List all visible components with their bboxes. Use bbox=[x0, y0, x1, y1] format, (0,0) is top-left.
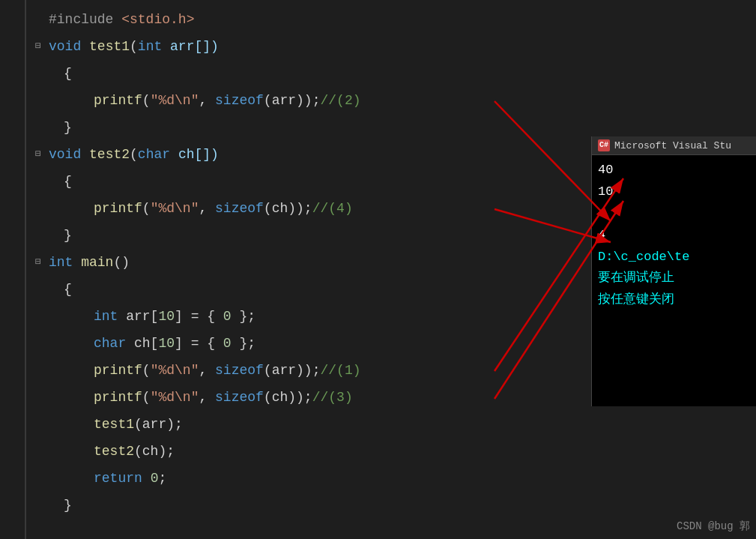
code-token: int bbox=[94, 306, 118, 328]
code-token: //(2) bbox=[320, 90, 360, 112]
code-token: } bbox=[64, 495, 72, 517]
code-token: arr[]) bbox=[162, 36, 219, 58]
code-line: #include <stdio.h> bbox=[35, 6, 607, 33]
fold-indicator: ⊟ bbox=[35, 255, 47, 271]
code-line: } bbox=[35, 492, 607, 519]
code-token: sizeof bbox=[215, 90, 264, 112]
code-token: (ch)); bbox=[264, 387, 312, 409]
code-token: , bbox=[199, 198, 215, 220]
code-token: 0 bbox=[223, 306, 232, 328]
code-token: ch[]) bbox=[170, 144, 219, 166]
code-token: { bbox=[64, 63, 72, 85]
code-line: int arr[10] = { 0 }; bbox=[35, 303, 607, 330]
code-token: ] = { bbox=[175, 333, 223, 355]
code-token: test2 bbox=[89, 144, 130, 166]
code-token: ( bbox=[130, 36, 138, 58]
code-line: ⊟int main() bbox=[35, 249, 607, 276]
code-token: }; bbox=[232, 333, 255, 355]
code-token: { bbox=[64, 279, 72, 301]
code-line: ⊟void test2(char ch[]) bbox=[35, 141, 607, 168]
code-token: //(3) bbox=[312, 387, 353, 409]
terminal-line: 4 bbox=[598, 225, 750, 247]
code-editor: #include <stdio.h>⊟void test1(int arr[])… bbox=[0, 0, 614, 539]
code-token: 0 bbox=[151, 468, 159, 490]
code-token: (arr); bbox=[134, 414, 183, 436]
code-line: { bbox=[35, 276, 607, 303]
code-token: (arr)); bbox=[264, 90, 321, 112]
terminal-title: Microsoft Visual Stu bbox=[614, 140, 731, 151]
code-token: printf bbox=[94, 360, 142, 382]
code-token: "%d\n" bbox=[151, 90, 199, 112]
code-token: , bbox=[199, 387, 215, 409]
code-token: "%d\n" bbox=[151, 360, 199, 382]
code-token: } bbox=[64, 117, 72, 139]
code-token: return bbox=[94, 468, 142, 490]
terminal-window: C# Microsoft Visual Stu 401044D:\c_code\… bbox=[591, 136, 756, 406]
code-line: } bbox=[35, 114, 607, 141]
code-token: printf bbox=[94, 90, 142, 112]
code-token: #include bbox=[49, 9, 121, 31]
code-line: ⊟void test1(int arr[]) bbox=[35, 33, 607, 60]
terminal-line: D:\c_code\te bbox=[598, 247, 750, 268]
code-line: test2(ch); bbox=[35, 438, 607, 465]
line-gutter bbox=[0, 0, 26, 539]
code-token: <stdio.h> bbox=[121, 9, 194, 31]
code-token: (ch)); bbox=[264, 198, 312, 220]
code-token: main bbox=[81, 252, 113, 274]
code-token: sizeof bbox=[215, 360, 264, 382]
code-token: , bbox=[199, 360, 215, 382]
code-content[interactable]: #include <stdio.h>⊟void test1(int arr[])… bbox=[28, 0, 614, 525]
code-token: ( bbox=[142, 360, 151, 382]
code-token: ( bbox=[142, 198, 151, 220]
terminal-line: 要在调试停止 bbox=[598, 268, 750, 289]
code-token: //(4) bbox=[312, 198, 353, 220]
fold-indicator: ⊟ bbox=[35, 147, 47, 163]
code-line: } bbox=[35, 222, 607, 249]
code-token: , bbox=[199, 90, 215, 112]
code-token: //(1) bbox=[320, 360, 360, 382]
code-token: (ch); bbox=[134, 441, 175, 463]
code-token: test2 bbox=[94, 441, 134, 463]
code-line: { bbox=[35, 168, 607, 195]
code-token: printf bbox=[94, 198, 142, 220]
terminal-content: 401044D:\c_code\te要在调试停止按任意键关闭 bbox=[592, 155, 756, 316]
code-line: printf("%d\n", sizeof(arr));//(2) bbox=[35, 87, 607, 114]
code-token: ( bbox=[130, 144, 138, 166]
code-line: printf("%d\n", sizeof(arr));//(1) bbox=[35, 357, 607, 384]
code-token: ch[ bbox=[126, 333, 158, 355]
terminal-line: 按任意键关闭 bbox=[598, 289, 750, 311]
code-token bbox=[73, 252, 81, 274]
terminal-line: 10 bbox=[598, 181, 750, 203]
code-token: int bbox=[138, 36, 162, 58]
terminal-titlebar: C# Microsoft Visual Stu bbox=[592, 136, 756, 155]
code-token: arr[ bbox=[118, 306, 158, 328]
fold-indicator: ⊟ bbox=[35, 39, 47, 55]
code-token bbox=[81, 36, 89, 58]
code-token: sizeof bbox=[215, 387, 264, 409]
code-token: () bbox=[113, 252, 130, 274]
code-token: }; bbox=[232, 306, 255, 328]
code-token: test1 bbox=[94, 414, 134, 436]
code-token: "%d\n" bbox=[151, 198, 199, 220]
code-token: printf bbox=[94, 387, 142, 409]
code-token: (arr)); bbox=[264, 360, 321, 382]
terminal-icon: C# bbox=[598, 139, 610, 151]
terminal-line: 40 bbox=[598, 160, 750, 181]
code-token: int bbox=[49, 252, 73, 274]
code-token: "%d\n" bbox=[151, 387, 199, 409]
code-line: char ch[10] = { 0 }; bbox=[35, 330, 607, 357]
code-line: printf("%d\n", sizeof(ch));//(4) bbox=[35, 195, 607, 222]
code-token: ; bbox=[158, 468, 166, 490]
code-token: test1 bbox=[89, 36, 130, 58]
code-token: ] = { bbox=[175, 306, 223, 328]
code-token: { bbox=[64, 171, 72, 193]
code-token: ( bbox=[142, 90, 151, 112]
code-token: 10 bbox=[158, 306, 175, 328]
code-token: void bbox=[49, 36, 81, 58]
code-token: void bbox=[49, 144, 81, 166]
code-token: } bbox=[64, 225, 72, 247]
code-token: ( bbox=[142, 387, 151, 409]
code-line: return 0; bbox=[35, 465, 607, 492]
watermark: CSDN @bug 郭 bbox=[677, 520, 750, 533]
code-token: char bbox=[94, 333, 126, 355]
